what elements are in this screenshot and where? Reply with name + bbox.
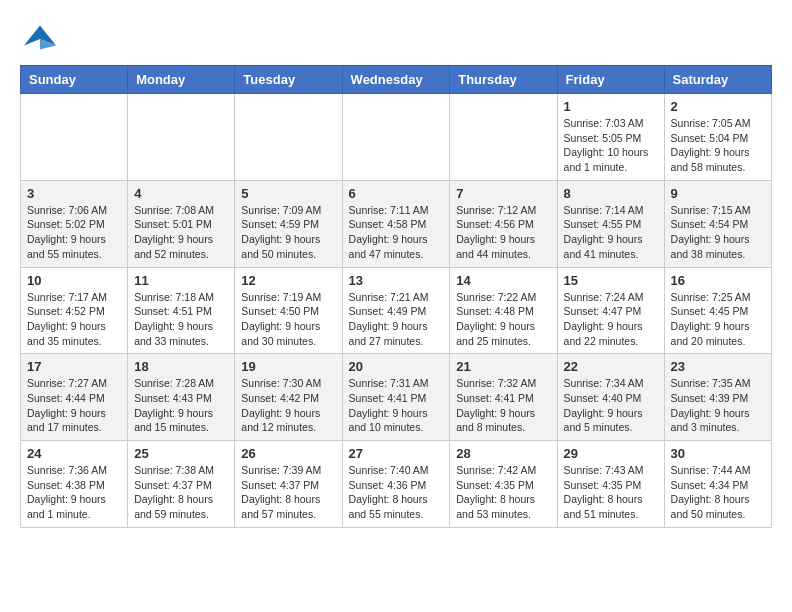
day-number: 12 [241,273,335,288]
calendar-cell: 29Sunrise: 7:43 AM Sunset: 4:35 PM Dayli… [557,441,664,528]
column-header-thursday: Thursday [450,66,557,94]
calendar-cell: 21Sunrise: 7:32 AM Sunset: 4:41 PM Dayli… [450,354,557,441]
column-header-wednesday: Wednesday [342,66,450,94]
day-number: 15 [564,273,658,288]
calendar-cell: 8Sunrise: 7:14 AM Sunset: 4:55 PM Daylig… [557,180,664,267]
calendar-cell [235,94,342,181]
calendar-cell: 17Sunrise: 7:27 AM Sunset: 4:44 PM Dayli… [21,354,128,441]
calendar-cell: 19Sunrise: 7:30 AM Sunset: 4:42 PM Dayli… [235,354,342,441]
day-number: 13 [349,273,444,288]
day-info: Sunrise: 7:17 AM Sunset: 4:52 PM Dayligh… [27,290,121,349]
calendar-cell: 23Sunrise: 7:35 AM Sunset: 4:39 PM Dayli… [664,354,771,441]
day-info: Sunrise: 7:44 AM Sunset: 4:34 PM Dayligh… [671,463,765,522]
calendar-cell: 26Sunrise: 7:39 AM Sunset: 4:37 PM Dayli… [235,441,342,528]
calendar-cell: 28Sunrise: 7:42 AM Sunset: 4:35 PM Dayli… [450,441,557,528]
calendar-cell: 9Sunrise: 7:15 AM Sunset: 4:54 PM Daylig… [664,180,771,267]
day-number: 1 [564,99,658,114]
day-info: Sunrise: 7:14 AM Sunset: 4:55 PM Dayligh… [564,203,658,262]
calendar-cell [342,94,450,181]
calendar-cell: 24Sunrise: 7:36 AM Sunset: 4:38 PM Dayli… [21,441,128,528]
calendar-cell: 25Sunrise: 7:38 AM Sunset: 4:37 PM Dayli… [128,441,235,528]
day-info: Sunrise: 7:30 AM Sunset: 4:42 PM Dayligh… [241,376,335,435]
day-number: 19 [241,359,335,374]
day-number: 3 [27,186,121,201]
day-number: 22 [564,359,658,374]
calendar-cell: 30Sunrise: 7:44 AM Sunset: 4:34 PM Dayli… [664,441,771,528]
day-number: 25 [134,446,228,461]
column-header-monday: Monday [128,66,235,94]
day-info: Sunrise: 7:06 AM Sunset: 5:02 PM Dayligh… [27,203,121,262]
calendar-cell: 15Sunrise: 7:24 AM Sunset: 4:47 PM Dayli… [557,267,664,354]
day-info: Sunrise: 7:31 AM Sunset: 4:41 PM Dayligh… [349,376,444,435]
day-number: 10 [27,273,121,288]
day-info: Sunrise: 7:28 AM Sunset: 4:43 PM Dayligh… [134,376,228,435]
calendar-cell: 18Sunrise: 7:28 AM Sunset: 4:43 PM Dayli… [128,354,235,441]
calendar-cell [128,94,235,181]
calendar-cell: 6Sunrise: 7:11 AM Sunset: 4:58 PM Daylig… [342,180,450,267]
day-number: 9 [671,186,765,201]
day-info: Sunrise: 7:15 AM Sunset: 4:54 PM Dayligh… [671,203,765,262]
calendar-cell: 13Sunrise: 7:21 AM Sunset: 4:49 PM Dayli… [342,267,450,354]
day-number: 29 [564,446,658,461]
calendar-cell: 27Sunrise: 7:40 AM Sunset: 4:36 PM Dayli… [342,441,450,528]
day-info: Sunrise: 7:36 AM Sunset: 4:38 PM Dayligh… [27,463,121,522]
day-info: Sunrise: 7:35 AM Sunset: 4:39 PM Dayligh… [671,376,765,435]
logo-icon [20,20,60,55]
day-number: 7 [456,186,550,201]
day-number: 2 [671,99,765,114]
day-number: 24 [27,446,121,461]
day-number: 30 [671,446,765,461]
day-number: 21 [456,359,550,374]
calendar-cell [21,94,128,181]
day-number: 28 [456,446,550,461]
day-info: Sunrise: 7:09 AM Sunset: 4:59 PM Dayligh… [241,203,335,262]
calendar-cell: 11Sunrise: 7:18 AM Sunset: 4:51 PM Dayli… [128,267,235,354]
day-info: Sunrise: 7:32 AM Sunset: 4:41 PM Dayligh… [456,376,550,435]
day-info: Sunrise: 7:39 AM Sunset: 4:37 PM Dayligh… [241,463,335,522]
day-number: 4 [134,186,228,201]
day-info: Sunrise: 7:38 AM Sunset: 4:37 PM Dayligh… [134,463,228,522]
logo [20,20,64,55]
column-header-friday: Friday [557,66,664,94]
day-info: Sunrise: 7:19 AM Sunset: 4:50 PM Dayligh… [241,290,335,349]
calendar-cell: 16Sunrise: 7:25 AM Sunset: 4:45 PM Dayli… [664,267,771,354]
column-header-sunday: Sunday [21,66,128,94]
calendar-cell [450,94,557,181]
calendar-cell: 22Sunrise: 7:34 AM Sunset: 4:40 PM Dayli… [557,354,664,441]
day-info: Sunrise: 7:43 AM Sunset: 4:35 PM Dayligh… [564,463,658,522]
calendar-cell: 7Sunrise: 7:12 AM Sunset: 4:56 PM Daylig… [450,180,557,267]
day-info: Sunrise: 7:08 AM Sunset: 5:01 PM Dayligh… [134,203,228,262]
header [20,20,772,55]
day-number: 23 [671,359,765,374]
day-info: Sunrise: 7:40 AM Sunset: 4:36 PM Dayligh… [349,463,444,522]
calendar-cell: 14Sunrise: 7:22 AM Sunset: 4:48 PM Dayli… [450,267,557,354]
day-number: 27 [349,446,444,461]
day-info: Sunrise: 7:18 AM Sunset: 4:51 PM Dayligh… [134,290,228,349]
calendar-cell: 12Sunrise: 7:19 AM Sunset: 4:50 PM Dayli… [235,267,342,354]
day-info: Sunrise: 7:34 AM Sunset: 4:40 PM Dayligh… [564,376,658,435]
day-number: 5 [241,186,335,201]
day-number: 16 [671,273,765,288]
day-info: Sunrise: 7:24 AM Sunset: 4:47 PM Dayligh… [564,290,658,349]
day-info: Sunrise: 7:11 AM Sunset: 4:58 PM Dayligh… [349,203,444,262]
day-info: Sunrise: 7:05 AM Sunset: 5:04 PM Dayligh… [671,116,765,175]
day-info: Sunrise: 7:21 AM Sunset: 4:49 PM Dayligh… [349,290,444,349]
calendar-table: SundayMondayTuesdayWednesdayThursdayFrid… [20,65,772,528]
day-number: 6 [349,186,444,201]
calendar-cell: 2Sunrise: 7:05 AM Sunset: 5:04 PM Daylig… [664,94,771,181]
day-number: 11 [134,273,228,288]
day-number: 17 [27,359,121,374]
day-number: 18 [134,359,228,374]
column-header-tuesday: Tuesday [235,66,342,94]
day-info: Sunrise: 7:27 AM Sunset: 4:44 PM Dayligh… [27,376,121,435]
calendar-cell: 1Sunrise: 7:03 AM Sunset: 5:05 PM Daylig… [557,94,664,181]
column-header-saturday: Saturday [664,66,771,94]
day-info: Sunrise: 7:03 AM Sunset: 5:05 PM Dayligh… [564,116,658,175]
day-info: Sunrise: 7:12 AM Sunset: 4:56 PM Dayligh… [456,203,550,262]
calendar-cell: 20Sunrise: 7:31 AM Sunset: 4:41 PM Dayli… [342,354,450,441]
day-info: Sunrise: 7:25 AM Sunset: 4:45 PM Dayligh… [671,290,765,349]
calendar-cell: 4Sunrise: 7:08 AM Sunset: 5:01 PM Daylig… [128,180,235,267]
calendar-cell: 5Sunrise: 7:09 AM Sunset: 4:59 PM Daylig… [235,180,342,267]
day-info: Sunrise: 7:42 AM Sunset: 4:35 PM Dayligh… [456,463,550,522]
day-number: 14 [456,273,550,288]
